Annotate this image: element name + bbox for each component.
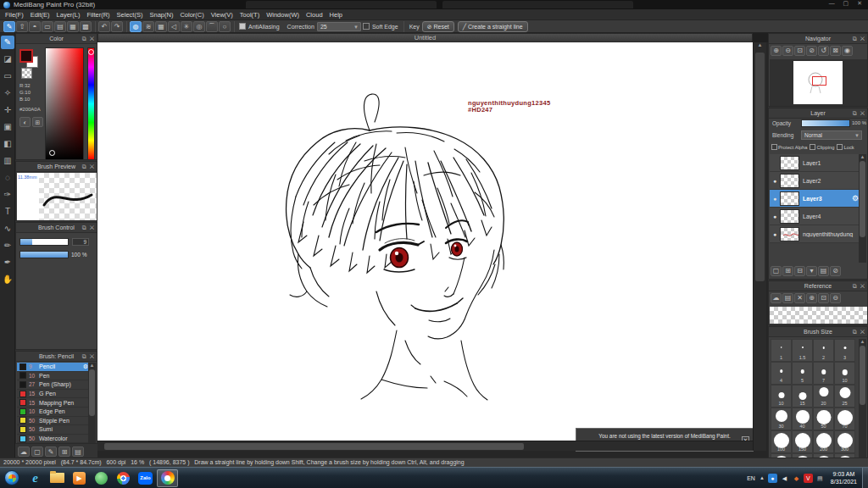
tray-notes-icon[interactable]: ▤ <box>815 474 825 483</box>
navigator-button-4[interactable]: ↺ <box>818 46 829 56</box>
brush-size-cell[interactable]: 30 <box>771 408 792 430</box>
tool-4[interactable]: ✛ <box>1 103 14 117</box>
brush-row[interactable]: 50Watercolor <box>17 435 90 444</box>
palette-icon[interactable]: ◐ <box>19 117 31 127</box>
menu-snap[interactable]: Snap(N) <box>146 11 176 19</box>
brush-size-value[interactable]: 9 <box>72 238 89 246</box>
brush-row[interactable]: 15Mapping Pen <box>17 398 90 408</box>
brush-action-2[interactable]: ✎ <box>45 446 57 457</box>
taskbar-zalo-icon[interactable]: Zalo <box>135 469 156 487</box>
saturation-square[interactable] <box>45 47 84 160</box>
brush-row[interactable]: 27Pen (Sharp) <box>17 380 90 390</box>
snap-icon-7[interactable]: ○ <box>219 21 231 32</box>
horizontal-scrollbar[interactable] <box>97 441 753 451</box>
document-tab[interactable]: Untitled <box>97 33 753 42</box>
menu-file[interactable]: File(F) <box>2 11 27 19</box>
tool-1[interactable]: ◪ <box>1 53 14 66</box>
brush-row[interactable]: 15G Pen <box>17 390 90 399</box>
toolbar-file-icon-4[interactable]: ▤ <box>54 21 66 32</box>
panel-window-icons[interactable]: ⧉ ✕ <box>82 352 95 361</box>
gear-icon[interactable]: ⚙ <box>852 194 859 202</box>
snap-icon-3[interactable]: ◁ <box>168 21 180 32</box>
reference-button-2[interactable]: ✕ <box>794 293 805 303</box>
panel-window-icons[interactable]: ⧉ ✕ <box>853 108 865 118</box>
taskbar-explorer-icon[interactable] <box>47 469 68 487</box>
brush-size-cell[interactable]: 1.5 <box>792 339 813 362</box>
tool-10[interactable]: T <box>1 205 14 219</box>
tray-expand-icon[interactable]: ▲ <box>760 475 765 480</box>
brush-size-cell[interactable]: 50 <box>813 408 834 430</box>
tray-volume-icon[interactable]: ◀ <box>780 474 789 483</box>
tool-9[interactable]: ✑ <box>1 188 14 202</box>
tray-unikey-icon[interactable]: V <box>804 474 813 483</box>
brush-size-scrollbar[interactable]: ▲ <box>859 339 866 466</box>
taskbar-ie-icon[interactable]: e <box>25 469 46 487</box>
menu-help[interactable]: Help <box>326 11 346 19</box>
layer-action-0[interactable]: ▢ <box>771 266 782 276</box>
brush-row[interactable]: 10Edge Pen <box>17 408 90 417</box>
redo-button[interactable]: ↷ <box>111 21 123 32</box>
layer-action-4[interactable]: ▤ <box>818 266 829 276</box>
reference-button-1[interactable]: ▤ <box>782 293 793 303</box>
undo-button[interactable]: ↶ <box>98 21 110 32</box>
brush-action-3[interactable]: ⊞ <box>58 446 70 457</box>
snap-icon-1[interactable]: ≋ <box>142 21 154 32</box>
menu-edit[interactable]: Edit(E) <box>27 11 53 19</box>
toolbar-file-icon-2[interactable]: ◓ <box>29 21 41 32</box>
brush-size-cell[interactable]: 150 <box>792 430 813 453</box>
tool-14[interactable]: ✋ <box>1 273 14 286</box>
antialiasing-checkbox[interactable] <box>239 23 246 30</box>
brush-size-cell[interactable]: 4 <box>771 362 792 385</box>
vertical-scrollbar[interactable]: ▲ <box>753 42 766 451</box>
tool-12[interactable]: ✏ <box>1 239 14 252</box>
brush-size-cell[interactable]: 2 <box>813 339 834 362</box>
tool-7[interactable]: ▥ <box>1 154 14 168</box>
correction-dropdown[interactable]: 25▼ <box>317 22 361 31</box>
snap-icon-6[interactable]: ⌒ <box>206 21 218 32</box>
brush-size-cell[interactable]: 200 <box>813 430 834 453</box>
brush-size-cell[interactable]: 5 <box>792 362 813 385</box>
reference-button-0[interactable]: ☁ <box>771 293 782 303</box>
brush-size-cell[interactable]: 300 <box>834 430 855 453</box>
reference-button-4[interactable]: ⊡ <box>818 293 829 303</box>
toolbar-file-icon-1[interactable]: ⇧ <box>16 21 28 32</box>
hue-bar[interactable] <box>87 47 95 160</box>
menu-tool[interactable]: Tool(T) <box>236 11 263 19</box>
layer-visibility-dot[interactable]: ● <box>770 178 780 184</box>
navigator-button-1[interactable]: ⊖ <box>782 46 793 56</box>
brush-size-cell[interactable]: 10 <box>834 362 855 385</box>
menu-window[interactable]: Window(W) <box>263 11 303 19</box>
menu-select[interactable]: Select(S) <box>114 11 147 19</box>
brush-size-cell[interactable]: 15 <box>792 385 813 408</box>
snap-icon-0[interactable]: ◍ <box>130 21 142 32</box>
color-mode-icon[interactable]: ⊞ <box>32 117 43 127</box>
tool-5[interactable]: ▣ <box>1 120 14 134</box>
navigator-button-6[interactable]: ◉ <box>842 46 853 56</box>
layer-checkbox[interactable]: Clipping <box>810 143 834 151</box>
straight-line-button[interactable]: ╱ Create a straight line <box>458 21 528 32</box>
brush-size-cell[interactable]: 70 <box>834 408 855 430</box>
tool-2[interactable]: ▭ <box>1 69 14 83</box>
taskbar-clock[interactable]: 9:03 AM 8/31/2021 <box>831 470 857 485</box>
taskbar-medibang-paint-active[interactable] <box>157 469 178 487</box>
layer-checkbox[interactable]: Protect Alpha <box>771 143 807 151</box>
snap-icon-2[interactable]: ▦ <box>155 21 167 32</box>
layer-row[interactable]: ●Layer3⚙ <box>770 190 861 208</box>
layer-row[interactable]: Layer1 <box>770 154 861 172</box>
brush-action-1[interactable]: ▢ <box>31 446 43 457</box>
layer-visibility-dot[interactable]: ● <box>770 231 780 237</box>
menu-cloud[interactable]: Cloud <box>303 11 326 19</box>
menu-filter[interactable]: Filter(R) <box>84 11 114 19</box>
layer-action-5[interactable]: ⊘ <box>830 266 841 276</box>
panel-window-icons[interactable]: ⧉ ✕ <box>82 223 95 232</box>
brush-size-cell[interactable]: 3 <box>834 339 855 362</box>
panel-window-icons[interactable]: ⧉ ✕ <box>82 162 95 171</box>
toolbar-file-icon-5[interactable]: ▦ <box>67 21 79 32</box>
brush-size-cell[interactable]: 7 <box>813 362 834 385</box>
window-controls[interactable]: — ▢ ✕ <box>829 0 865 7</box>
tool-0[interactable]: ✎ <box>1 36 14 49</box>
brush-size-cell[interactable]: 1 <box>771 339 792 362</box>
taskbar-medibang-icon[interactable] <box>91 469 112 487</box>
snap-icon-5[interactable]: ◎ <box>193 21 205 32</box>
navigator-button-2[interactable]: ⊡ <box>794 46 805 56</box>
